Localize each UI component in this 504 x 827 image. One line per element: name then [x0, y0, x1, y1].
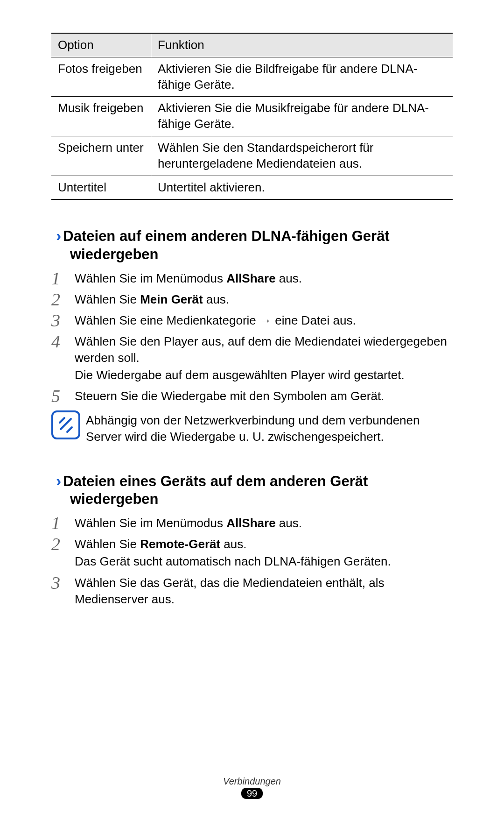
- step-number: 2: [51, 534, 75, 553]
- section2-title: Dateien eines Geräts auf dem anderen Ger…: [63, 473, 368, 508]
- step-body: Steuern Sie die Wiedergabe mit den Symbo…: [75, 386, 453, 405]
- step-body: Wählen Sie Mein Gerät aus.: [75, 290, 453, 309]
- step-body: Wählen Sie Remote-Gerät aus. Das Gerät s…: [75, 534, 453, 571]
- text: Wählen Sie den Player aus, auf dem die M…: [75, 333, 453, 366]
- th-option: Option: [51, 33, 151, 57]
- cell-function: Aktivieren Sie die Musikfreigabe für and…: [151, 97, 453, 136]
- list-item: 3 Wählen Sie eine Medienkategorie → eine…: [51, 311, 453, 330]
- note-icon: [51, 410, 80, 439]
- text: Das Gerät sucht automatisch nach DLNA-fä…: [75, 553, 453, 570]
- text-bold: AllShare: [226, 516, 276, 530]
- text: aus.: [276, 516, 302, 530]
- step-body: Wählen Sie das Gerät, das die Mediendate…: [75, 573, 453, 608]
- text: aus.: [220, 537, 246, 551]
- text-bold: AllShare: [226, 271, 276, 285]
- footer-section: Verbindungen: [0, 776, 504, 787]
- section2-steps: 1 Wählen Sie im Menümodus AllShare aus. …: [51, 513, 453, 608]
- options-table: Option Funktion Fotos freigeben Aktivier…: [51, 33, 453, 200]
- text: Wählen Sie im Menümodus: [75, 271, 226, 285]
- step-body: Wählen Sie im Menümodus AllShare aus.: [75, 269, 453, 288]
- table-row: Speichern unter Wählen Sie den Standards…: [51, 136, 453, 176]
- list-item: 2 Wählen Sie Mein Gerät aus.: [51, 290, 453, 309]
- list-item: 1 Wählen Sie im Menümodus AllShare aus.: [51, 269, 453, 288]
- step-number: 1: [51, 269, 75, 287]
- th-function: Funktion: [151, 33, 453, 57]
- section1-heading: ›Dateien auf einem anderen DLNA-fähigen …: [51, 226, 453, 264]
- step-number: 1: [51, 513, 75, 532]
- text: Steuern Sie die Wiedergabe mit den Symbo…: [75, 388, 453, 404]
- step-number: 3: [51, 311, 75, 329]
- step-body: Wählen Sie im Menümodus AllShare aus.: [75, 513, 453, 532]
- note-text: Abhängig von der Netzwerkverbindung und …: [86, 410, 453, 445]
- text-bold: Remote-Gerät: [140, 537, 220, 551]
- list-item: 2 Wählen Sie Remote-Gerät aus. Das Gerät…: [51, 534, 453, 571]
- step-number: 3: [51, 573, 75, 592]
- cell-function: Untertitel aktivieren.: [151, 176, 453, 199]
- table-header-row: Option Funktion: [51, 33, 453, 57]
- text: Die Wiedergabe auf dem ausgewählten Play…: [75, 367, 453, 383]
- chevron-icon: ›: [56, 226, 61, 244]
- list-item: 4 Wählen Sie den Player aus, auf dem die…: [51, 332, 453, 384]
- manual-page: Option Funktion Fotos freigeben Aktivier…: [0, 0, 504, 827]
- table-row: Musik freigeben Aktivieren Sie die Musik…: [51, 97, 453, 136]
- section1-title: Dateien auf einem anderen DLNA-fähigen G…: [63, 228, 389, 262]
- section1-steps: 1 Wählen Sie im Menümodus AllShare aus. …: [51, 269, 453, 406]
- text: Wählen Sie: [75, 537, 140, 551]
- list-item: 1 Wählen Sie im Menümodus AllShare aus.: [51, 513, 453, 532]
- text: aus.: [276, 271, 302, 285]
- section2-heading: ›Dateien eines Geräts auf dem anderen Ge…: [51, 471, 453, 509]
- text: Wählen Sie eine Medienkategorie → eine D…: [75, 312, 453, 329]
- cell-option: Untertitel: [51, 176, 151, 199]
- text: aus.: [203, 292, 229, 306]
- step-number: 2: [51, 290, 75, 308]
- step-number: 5: [51, 386, 75, 405]
- text-bold: Mein Gerät: [140, 292, 203, 306]
- step-number: 4: [51, 332, 75, 350]
- step-body: Wählen Sie eine Medienkategorie → eine D…: [75, 311, 453, 330]
- list-item: 5 Steuern Sie die Wiedergabe mit den Sym…: [51, 386, 453, 405]
- page-footer: Verbindungen 99: [0, 776, 504, 799]
- table-row: Untertitel Untertitel aktivieren.: [51, 176, 453, 199]
- note-box: Abhängig von der Netzwerkverbindung und …: [51, 410, 453, 445]
- cell-option: Fotos freigeben: [51, 57, 151, 97]
- text: Wählen Sie das Gerät, das die Mediendate…: [75, 575, 453, 608]
- cell-option: Speichern unter: [51, 136, 151, 176]
- cell-function: Wählen Sie den Standardspeicherort für h…: [151, 136, 453, 176]
- page-number: 99: [241, 788, 263, 799]
- step-body: Wählen Sie den Player aus, auf dem die M…: [75, 332, 453, 384]
- text: Wählen Sie: [75, 292, 140, 306]
- text: Wählen Sie im Menümodus: [75, 516, 226, 530]
- list-item: 3 Wählen Sie das Gerät, das die Medienda…: [51, 573, 453, 608]
- chevron-icon: ›: [56, 472, 61, 489]
- table-row: Fotos freigeben Aktivieren Sie die Bildf…: [51, 57, 453, 97]
- cell-function: Aktivieren Sie die Bildfreigabe für ande…: [151, 57, 453, 97]
- cell-option: Musik freigeben: [51, 97, 151, 136]
